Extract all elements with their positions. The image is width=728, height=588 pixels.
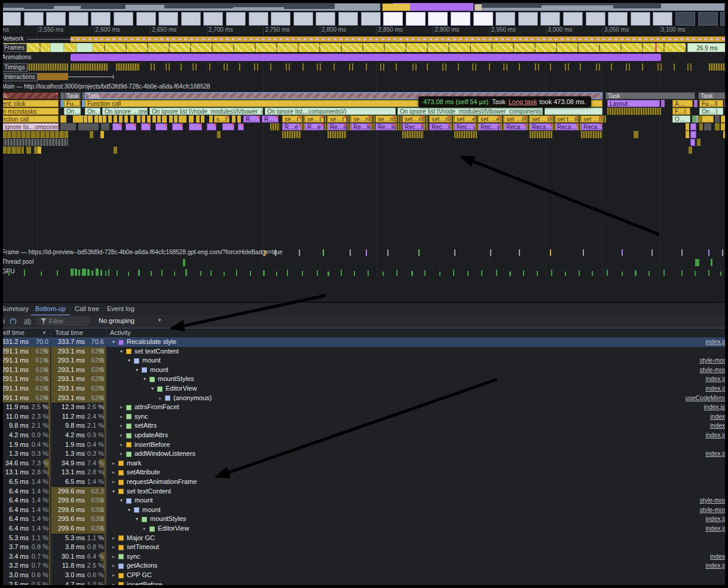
disclosure-toggle[interactable]: ▸ [111,534,117,543]
table-row[interactable]: 6.5 ms1.4 %6.5 ms1.4 %▸requestAnimationF… [0,477,728,487]
flame-chip[interactable]: On…) [85,108,100,115]
timing-marker[interactable] [286,63,287,71]
frame-ok-segment[interactable] [50,43,64,52]
flame-chip[interactable]: R… [262,115,279,123]
disclosure-toggle[interactable]: ▸ [118,440,124,450]
table-row[interactable]: 291.1 ms61.6 %293.1 ms62.0 %▾mountstyle-… [0,365,728,375]
flame-chip[interactable] [724,100,728,107]
timing-marker[interactable] [475,63,476,71]
gpu-activity-bar[interactable] [151,271,152,276]
flame-chip[interactable] [552,123,556,130]
gpu-activity-bar[interactable] [82,269,86,276]
filmstrip-thumbnail[interactable] [293,12,313,26]
filmstrip-thumbnail[interactable] [698,12,718,26]
flame-chip[interactable] [119,115,123,123]
grouping-select[interactable]: No grouping [99,317,134,324]
flame-chip[interactable] [721,115,728,123]
flame-chip[interactable] [162,115,167,123]
frame-event-tick[interactable] [490,249,491,256]
flame-chip[interactable] [661,100,665,107]
gpu-activity-bar[interactable] [236,270,237,276]
timing-marker[interactable] [657,63,659,71]
gpu-activity-bar[interactable] [87,269,90,276]
gpu-activity-bar[interactable] [328,272,329,276]
filmstrip-thumbnail[interactable] [24,12,44,26]
frame-event-tick[interactable] [622,249,623,256]
filmstrip-thumbnail[interactable] [249,12,268,26]
regex-icon[interactable]: (*) [10,317,17,324]
flame-chip[interactable] [325,115,328,123]
thread-pool-bar[interactable] [711,259,712,266]
flame-chip[interactable] [196,115,200,123]
filmstrip-thumbnail[interactable] [586,12,605,26]
gpu-activity-bar[interactable] [537,271,538,276]
gpu-activity-bar[interactable] [523,270,524,276]
flame-chip[interactable] [114,115,117,123]
disclosure-toggle[interactable]: ▾ [134,514,140,524]
activity-header[interactable]: Activity [110,328,131,337]
timing-marker[interactable] [550,63,551,71]
flame-chip[interactable] [152,115,156,123]
disclosure-toggle[interactable]: ▾ [111,487,117,496]
flame-chip[interactable]: Rec…le [429,123,451,130]
table-row[interactable]: 3.0 ms0.6 %3.0 ms0.6 %▸CPP GC [0,571,728,580]
timing-marker[interactable] [412,63,414,71]
table-row[interactable]: 6.4 ms1.4 %299.6 ms63.3 %▾mountStylesind… [0,514,728,524]
flame-chip[interactable] [179,115,186,123]
timing-marker[interactable] [690,63,692,71]
flame-chip[interactable] [396,115,402,123]
timing-marker[interactable] [289,63,290,71]
thread-pool-track[interactable]: Thread pool [0,258,728,267]
table-row[interactable]: 3.2 ms0.7 %11.8 ms2.5 %▸getActionsindex.… [0,561,728,571]
flame-chip[interactable]: set …ent [478,115,501,123]
source-link[interactable]: index. [710,421,727,431]
flame-chip[interactable]: Rec…le [402,123,424,130]
timing-marker[interactable] [396,63,397,71]
flame-chip[interactable] [715,123,720,130]
disclosure-toggle[interactable]: ▸ [111,571,117,580]
gpu-activity-bar[interactable] [117,270,118,276]
flame-chip[interactable] [721,123,727,130]
filmstrip-thumbnail[interactable] [46,12,66,26]
filmstrip-thumbnail[interactable] [720,12,728,26]
flame-chip[interactable] [699,123,703,130]
gpu-activity-bar[interactable] [607,270,608,276]
table-row[interactable]: 11.0 ms2.3 %11.2 ms2.4 %▸syncindex. [0,412,728,422]
disclosure-toggle[interactable]: ▾ [134,365,140,375]
timing-marker[interactable] [209,63,210,71]
source-link[interactable]: index.js: [703,403,727,412]
filmstrip-thumbnail[interactable] [631,12,650,26]
flame-chip[interactable]: set t…tent [555,115,579,123]
thread-pool-bar[interactable] [695,259,699,266]
timing-marker[interactable] [169,63,170,71]
flame-chip[interactable] [347,115,351,123]
match-case-icon[interactable]: a [1,317,5,324]
table-row[interactable]: 3.7 ms0.8 %3.8 ms0.8 %▸setTimeout [0,543,728,552]
frame-event-tick[interactable] [323,249,324,256]
source-link[interactable]: index.js [705,384,727,394]
timeline-ruler[interactable]: ms 2,550 ms2,600 ms2,650 ms2,700 ms2,750… [0,26,728,35]
flame-chip[interactable] [686,131,689,138]
gpu-activity-bar[interactable] [725,270,726,276]
gpu-activity-bar[interactable] [565,272,566,276]
gpu-activity-bar[interactable] [71,269,74,276]
flame-chip[interactable] [126,123,136,130]
network-activity-bar[interactable] [71,36,728,42]
filmstrip-thumbnail[interactable] [406,12,426,26]
flame-chip[interactable] [527,115,530,123]
flame-chip[interactable] [577,115,581,123]
table-row[interactable]: 1.9 ms0.4 %1.9 ms0.4 %▸insertBefore [0,440,728,450]
timing-marker[interactable] [383,63,384,71]
disclosure-toggle[interactable]: ▸ [111,543,117,552]
flame-chip[interactable]: Rec…yle [478,123,501,130]
flame-chip[interactable] [347,123,351,130]
timing-marker[interactable] [596,63,597,71]
gpu-activity-bar[interactable] [161,270,163,276]
filmstrip-thumbnail[interactable] [91,12,111,26]
disclosure-toggle[interactable]: ▸ [157,394,163,403]
timing-marker[interactable] [227,63,228,71]
timing-marker[interactable] [445,63,446,71]
flame-chip[interactable]: On…) [699,108,723,115]
filmstrip-thumbnail[interactable] [338,12,358,26]
flame-chip[interactable]: On…) [64,108,81,115]
